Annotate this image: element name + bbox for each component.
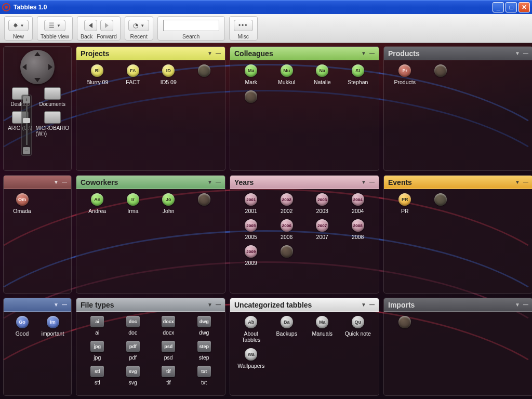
tabble-item[interactable]: QuQuick note — [341, 316, 375, 343]
panel-header[interactable]: Years ▼ — — [230, 176, 379, 189]
panel-collapse-icon[interactable]: — — [523, 50, 528, 56]
tabble-item[interactable]: 20012001 — [234, 193, 268, 214]
window-maximize-button[interactable]: □ — [506, 2, 517, 12]
zoom-thumb[interactable] — [23, 118, 30, 123]
panel-menu-icon[interactable]: ▼ — [361, 50, 366, 56]
drive-w[interactable]: MICROBARIO (W:\) — [36, 111, 69, 137]
list-icon: ☰ — [49, 22, 55, 29]
tabble-item[interactable]: pdfpdf — [116, 341, 150, 361]
panel-header[interactable]: Uncategorized tabbles ▼ — — [230, 298, 379, 312]
panel-header[interactable]: Projects ▼ — — [76, 47, 225, 60]
tabble-item[interactable]: 20072007 — [305, 219, 339, 240]
tabble-item[interactable]: imimportant — [38, 316, 67, 337]
tabble-item[interactable]: stepstep — [188, 341, 221, 361]
tabble-add[interactable] — [188, 193, 221, 214]
tabble-item[interactable]: NaNatalie — [305, 64, 339, 85]
tabble-item[interactable]: StStephan — [341, 64, 375, 85]
tabble-item[interactable]: WaWallpapers — [234, 348, 268, 369]
zoom-out-button[interactable]: − — [23, 147, 30, 154]
panel-menu-icon[interactable]: ▼ — [207, 179, 212, 185]
panel-filetypes: File types ▼ — aiai docdoc docxdocx dwgd… — [76, 298, 225, 396]
panel-header[interactable]: Coworkers ▼ — — [76, 176, 225, 189]
panel-collapse-icon[interactable]: — — [523, 302, 528, 308]
tabble-item[interactable]: stlstl — [81, 366, 114, 385]
forward-button[interactable] — [100, 20, 113, 31]
panel-header[interactable]: Colleagues ▼ — — [230, 47, 379, 60]
panel-collapse-icon[interactable]: — — [62, 302, 67, 308]
tabble-item[interactable]: svgsvg — [116, 366, 150, 385]
tabble-item[interactable]: IDID5 09 — [152, 64, 185, 85]
misc-button[interactable] — [234, 20, 253, 31]
zoom-slider[interactable]: + − — [21, 95, 32, 156]
tabble-item[interactable]: jpgjpg — [81, 341, 114, 361]
tabble-add[interactable] — [388, 316, 422, 328]
panel-collapse-icon[interactable]: — — [523, 179, 528, 185]
tabble-item[interactable]: aiai — [81, 316, 114, 336]
panel-menu-icon[interactable]: ▼ — [515, 179, 520, 185]
tabble-item[interactable]: 20082008 — [341, 219, 375, 240]
tabble-item[interactable]: BaBackups — [270, 316, 304, 343]
drive-documents[interactable]: Documents — [36, 87, 69, 107]
tabble-item[interactable]: BlBlurry 09 — [81, 64, 114, 85]
tabble-item[interactable]: JoJohn — [152, 193, 185, 214]
panel-header[interactable]: Events ▼ — — [384, 176, 532, 189]
search-input[interactable] — [163, 20, 219, 31]
tabble-item[interactable]: 20022002 — [270, 193, 304, 214]
panel-menu-icon[interactable]: ▼ — [207, 50, 212, 56]
tabble-item[interactable]: MaMark — [234, 64, 268, 85]
panel-menu-icon[interactable]: ▼ — [361, 302, 366, 308]
panel-collapse-icon[interactable]: — — [369, 50, 375, 56]
panel-header[interactable]: . ▼ — — [4, 176, 71, 189]
panel-menu-icon[interactable]: ▼ — [361, 179, 366, 185]
tabble-item[interactable]: dwgdwg — [188, 316, 221, 336]
panel-collapse-icon[interactable]: — — [369, 302, 375, 308]
recent-button[interactable]: ◔▼ — [128, 20, 149, 31]
panel-header[interactable]: . ▼ — — [4, 298, 71, 312]
tabble-add[interactable] — [188, 64, 221, 85]
tabble-item[interactable]: 20052005 — [234, 219, 268, 240]
panel-menu-icon[interactable]: ▼ — [54, 179, 59, 185]
navigator-compass[interactable] — [20, 50, 55, 84]
panel-collapse-icon[interactable]: — — [62, 179, 67, 185]
tabble-item[interactable]: MuMukkul — [270, 64, 304, 85]
tabble-item[interactable]: PrProducts — [388, 64, 422, 85]
panel-header[interactable]: Products ▼ — — [384, 47, 532, 60]
tabble-item[interactable]: MaManuals — [305, 316, 339, 343]
tabble-item[interactable]: docxdocx — [152, 316, 185, 336]
panel-header[interactable]: File types ▼ — — [76, 298, 225, 312]
tabble-item[interactable]: 20062006 — [270, 219, 304, 240]
panel-menu-icon[interactable]: ▼ — [515, 302, 520, 308]
panel-collapse-icon[interactable]: — — [216, 179, 221, 185]
tabble-item[interactable]: tiftif — [152, 366, 185, 385]
panel-menu-icon[interactable]: ▼ — [207, 302, 212, 308]
window-close-button[interactable]: ✕ — [518, 2, 530, 12]
panel-header[interactable]: Imports ▼ — — [384, 298, 532, 312]
tabble-item[interactable]: FAFACT — [116, 64, 150, 85]
back-button[interactable] — [84, 20, 97, 31]
panel-collapse-icon[interactable]: — — [216, 50, 221, 56]
tabble-item[interactable]: IrIrma — [116, 193, 150, 214]
panel-collapse-icon[interactable]: — — [216, 302, 221, 308]
tabble-add[interactable] — [424, 64, 458, 85]
tabble-item[interactable]: docdoc — [116, 316, 150, 336]
tabble-item[interactable]: psdpsd — [152, 341, 185, 361]
panel-menu-icon[interactable]: ▼ — [515, 50, 520, 56]
tabble-item[interactable]: AnAndrea — [81, 193, 114, 214]
tabble-add[interactable] — [270, 245, 304, 266]
tabble-item[interactable]: txttxt — [188, 366, 221, 385]
panel-collapse-icon[interactable]: — — [369, 179, 375, 185]
panel-menu-icon[interactable]: ▼ — [54, 302, 59, 308]
tabble-item[interactable]: PRPR — [388, 193, 422, 214]
tabble-item[interactable]: 20092009 — [234, 245, 268, 266]
tabble-add[interactable] — [424, 193, 458, 214]
tabble-add[interactable] — [234, 90, 268, 103]
tabble-item[interactable]: OmOmada — [8, 193, 36, 214]
new-button[interactable]: ✸▼ — [8, 20, 29, 31]
tabble-item[interactable]: 20032003 — [305, 193, 339, 214]
window-minimize-button[interactable]: _ — [493, 2, 504, 12]
tabble-item[interactable]: AbAbout Tabbles — [234, 316, 268, 343]
tabble-item[interactable]: 20042004 — [341, 193, 375, 214]
zoom-in-button[interactable]: + — [23, 96, 30, 103]
tabble-view-button[interactable]: ☰▼ — [44, 20, 65, 31]
tabble-item[interactable]: GoGood — [8, 316, 36, 337]
